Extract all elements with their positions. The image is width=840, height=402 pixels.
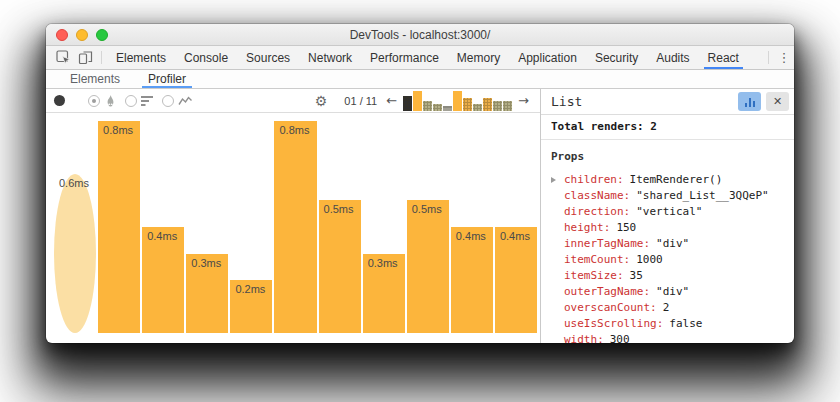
commit-duration-label: 0.4ms bbox=[495, 227, 537, 242]
commit-bar[interactable]: 0.3ms bbox=[186, 254, 228, 333]
devtools-tab[interactable]: Application bbox=[509, 46, 586, 69]
snapshot-counter: 01 / 11 bbox=[344, 95, 377, 107]
commit-duration-label: 0.4ms bbox=[451, 227, 493, 242]
commit-bar[interactable]: 0.3ms bbox=[363, 254, 405, 333]
snapshot-bar[interactable] bbox=[493, 101, 502, 111]
devtools-tab[interactable]: Console bbox=[175, 46, 237, 69]
render-chart-toggle-button[interactable] bbox=[738, 92, 761, 111]
snapshot-bar[interactable] bbox=[473, 104, 482, 111]
devtools-tab[interactable]: Network bbox=[299, 46, 361, 69]
commit-duration-label: 0.3ms bbox=[186, 254, 228, 269]
commit-bar[interactable]: 0.8ms bbox=[274, 121, 316, 333]
react-subtab[interactable]: Profiler bbox=[134, 70, 200, 88]
commit-bar[interactable]: 0.4ms bbox=[495, 227, 537, 333]
interactions-view-radio[interactable] bbox=[162, 95, 174, 107]
commit-bar[interactable]: 0.6ms bbox=[54, 174, 96, 333]
devtools-tabbar: Elements Console Sources Network Perform… bbox=[46, 46, 794, 70]
prop-value: 2 bbox=[663, 300, 670, 316]
subtab-label: Profiler bbox=[148, 72, 186, 86]
prop-value: 1000 bbox=[636, 252, 663, 268]
commit-bar[interactable]: 0.5ms bbox=[319, 200, 361, 333]
next-snapshot-arrow[interactable]: → bbox=[515, 93, 532, 108]
devtools-window: DevTools - localhost:3000/ Elements Cons… bbox=[46, 24, 794, 343]
snapshot-selector[interactable] bbox=[403, 91, 512, 111]
inspect-element-icon[interactable] bbox=[52, 46, 74, 69]
devtools-tab[interactable]: Elements bbox=[107, 46, 175, 69]
prop-value: "vertical" bbox=[636, 204, 702, 220]
commit-bar[interactable]: 0.5ms bbox=[407, 200, 449, 333]
commit-bar[interactable]: 0.4ms bbox=[451, 227, 493, 333]
snapshot-bar[interactable] bbox=[463, 98, 472, 111]
devtools-tab[interactable]: Audits bbox=[647, 46, 698, 69]
component-details-panel: List ✕ Total renders: 2 Props children I… bbox=[540, 89, 794, 343]
devtools-tab[interactable]: Sources bbox=[237, 46, 299, 69]
props-section: Props children ItemRenderer() className bbox=[541, 140, 794, 343]
previous-snapshot-arrow[interactable]: ← bbox=[383, 93, 400, 108]
prop-name: useIsScrolling bbox=[564, 316, 663, 332]
prop-value: "div" bbox=[656, 284, 689, 300]
snapshot-bar[interactable] bbox=[443, 106, 452, 111]
prop-name: outerTagName bbox=[564, 284, 650, 300]
zoom-window-button[interactable] bbox=[96, 29, 108, 41]
panel-header: List ✕ bbox=[541, 89, 794, 115]
prop-name: itemSize bbox=[564, 268, 624, 284]
react-subtab[interactable]: Elements bbox=[56, 70, 134, 88]
commit-bar-chart: 0.6ms 0.8ms 0.4ms 0.3ms 0.2m bbox=[46, 113, 540, 343]
snapshot-bar[interactable] bbox=[453, 91, 462, 111]
commit-duration-label: 0.6ms bbox=[54, 174, 96, 189]
expand-arrow[interactable] bbox=[551, 177, 564, 183]
divider bbox=[101, 51, 102, 64]
snapshot-bar[interactable] bbox=[483, 98, 492, 111]
prop-row: itemSize 35 bbox=[551, 268, 784, 284]
commit-bar[interactable]: 0.2ms bbox=[230, 280, 272, 333]
commit-duration-label: 0.5ms bbox=[407, 200, 449, 215]
commit-duration-label: 0.8ms bbox=[274, 121, 316, 136]
traffic-lights bbox=[56, 29, 108, 41]
flamegraph-view-radio[interactable] bbox=[88, 95, 100, 107]
prop-value: false bbox=[669, 316, 702, 332]
close-window-button[interactable] bbox=[56, 29, 68, 41]
overflow-menu-icon[interactable]: ⋮ bbox=[774, 46, 794, 69]
tab-label: Sources bbox=[246, 51, 290, 65]
prop-name: innerTagName bbox=[564, 236, 650, 252]
devtools-tab[interactable]: Security bbox=[586, 46, 647, 69]
profiler-left-column: ⚙ 01 / 11 ← bbox=[46, 89, 540, 343]
total-renders: Total renders: 2 bbox=[541, 115, 794, 140]
profiler-main: ⚙ 01 / 11 ← bbox=[46, 89, 794, 343]
record-button[interactable] bbox=[54, 95, 65, 106]
prop-row: innerTagName "div" bbox=[551, 236, 784, 252]
tab-label: Application bbox=[518, 51, 577, 65]
tab-label: Security bbox=[595, 51, 638, 65]
devtools-tab[interactable]: React bbox=[699, 46, 748, 69]
bar-chart-icon bbox=[745, 103, 747, 107]
prop-name: overscanCount bbox=[564, 300, 657, 316]
commit-bar[interactable]: 0.8ms bbox=[98, 121, 140, 333]
devtools-tabs: Elements Console Sources Network Perform… bbox=[107, 46, 748, 69]
prop-value: "div" bbox=[656, 236, 689, 252]
divider bbox=[768, 51, 769, 64]
prop-row: itemCount 1000 bbox=[551, 252, 784, 268]
snapshot-bar[interactable] bbox=[503, 101, 512, 111]
title-bar[interactable]: DevTools - localhost:3000/ bbox=[46, 24, 794, 46]
ranked-chart-icon bbox=[141, 95, 154, 107]
window-title: DevTools - localhost:3000/ bbox=[350, 28, 491, 42]
commit-bar[interactable]: 0.4ms bbox=[142, 227, 184, 333]
snapshot-bar[interactable] bbox=[433, 104, 442, 111]
prop-name: height bbox=[564, 220, 610, 236]
snapshot-bar[interactable] bbox=[423, 101, 432, 111]
prop-row: className "shared_List__3QQeP" bbox=[551, 188, 784, 204]
device-toolbar-icon[interactable] bbox=[74, 46, 96, 69]
snapshot-bar[interactable] bbox=[403, 96, 412, 111]
ranked-view-radio[interactable] bbox=[125, 95, 137, 107]
settings-gear-icon[interactable]: ⚙ bbox=[315, 94, 328, 108]
snapshot-bar[interactable] bbox=[413, 91, 422, 111]
minimize-window-button[interactable] bbox=[76, 29, 88, 41]
devtools-tab[interactable]: Memory bbox=[448, 46, 509, 69]
props-list: children ItemRenderer() className "share… bbox=[551, 172, 784, 343]
interactions-chart-icon bbox=[178, 95, 193, 107]
prop-row: overscanCount 2 bbox=[551, 300, 784, 316]
prop-row: children ItemRenderer() bbox=[551, 172, 784, 188]
close-panel-button[interactable]: ✕ bbox=[766, 92, 789, 111]
devtools-tab[interactable]: Performance bbox=[361, 46, 448, 69]
prop-value: 35 bbox=[630, 268, 643, 284]
